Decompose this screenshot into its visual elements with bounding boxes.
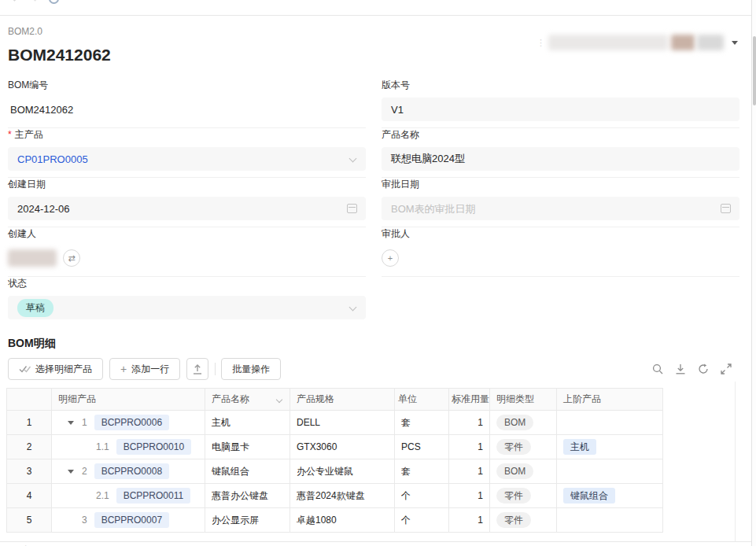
add-row-button[interactable]: + 添加一行 [109,358,180,380]
col-product-spec: 产品规格 [290,389,395,411]
back-icon[interactable] [9,0,20,2]
col-product-name[interactable]: 产品名称 [205,389,290,411]
collapse-row-icon[interactable] [68,421,74,425]
version-label: 版本号 [382,79,739,92]
field-approver: 审批人 + [382,227,739,277]
bom-form: BOM编号 BOM2412062 版本号 V1 *主产品 CP01PRO0005… [8,79,747,326]
approve-date-input[interactable] [382,197,739,220]
field-creator: 创建人 ⇄ [8,227,366,277]
product-name-label: 产品名称 [382,128,739,142]
product-code-chip[interactable]: BCPPRO0006 [94,415,169,430]
import-button[interactable] [186,358,208,380]
col-unit: 单位 [395,389,449,411]
col-index [7,389,52,411]
cell-product-spec: 卓越1080 [290,508,395,533]
table-row: 5 3 BCPPRO0007 办公显示屏 卓越1080 个 1 零件 [7,508,663,533]
page-scrollbar[interactable] [751,0,756,546]
row-seq: 1.1 [96,441,109,452]
table-action-icons [652,363,732,374]
table-row: 1 1 BCPPRO0006 主机 DELL 套 1 BOM [7,411,663,435]
cell-unit: 套 [395,459,449,484]
chevron-down-icon[interactable] [732,41,738,45]
plus-icon: + [22,542,29,546]
change-creator-button[interactable]: ⇄ [63,249,80,267]
row-seq: 2 [82,466,87,477]
cell-qty: 1 [449,411,490,435]
product-code-chip[interactable]: BCPPRO0010 [116,439,191,455]
field-main-product: *主产品 CP01PRO0005 [8,128,366,178]
user-menu[interactable]: ⋮ [537,34,738,51]
expand-icon[interactable] [721,363,732,374]
row-index: 2 [7,435,52,459]
refresh-icon[interactable] [698,363,709,374]
cell-product-spec: GTX3060 [290,435,395,459]
main-product-value: CP01PRO0005 [17,153,88,165]
col-detail-product: 明细产品 [52,389,205,411]
forward-icon[interactable] [30,0,40,2]
col-standard-qty: 标准用量 [449,389,490,411]
parent-product-chip[interactable]: 主机 [563,439,596,455]
row-seq: 1 [82,417,87,428]
status-select[interactable]: 草稿 [8,296,366,319]
product-code-chip[interactable]: BCPPRO0011 [116,488,190,504]
bom-no-value: BOM2412062 [8,98,366,121]
create-date-picker[interactable]: 2024-12-06 [8,197,366,220]
product-code-chip[interactable]: BCPPRO0008 [94,463,169,479]
cell-product-name: 主机 [205,411,290,435]
download-icon[interactable] [675,363,686,374]
upload-icon [193,364,202,374]
table-row: 3 2 BCPPRO0008 键鼠组合 办公专业键鼠 套 1 BOM [7,459,663,484]
type-pill: 零件 [496,488,531,504]
detail-toolbar: 选择明细产品 + 添加一行 批量操作 [8,358,732,380]
calendar-icon [347,204,357,213]
cell-product-spec: 惠普2024款键盘 [290,484,395,508]
reload-icon[interactable] [49,0,59,4]
chevron-down-icon [349,304,357,312]
required-asterisk: * [8,129,12,140]
empty-cell [382,277,739,326]
approver-label: 审批人 [382,227,739,241]
cell-product-name: 惠普办公键盘 [205,484,290,508]
plus-icon: + [388,254,393,263]
overflow-dots-icon: ⋮ [537,38,545,48]
redacted-creator-chip [8,249,57,267]
row-index: 4 [7,484,52,508]
plus-icon: + [120,363,127,374]
row-seq: 3 [82,515,87,526]
cell-product-spec: DELL [290,411,395,435]
add-approver-button[interactable]: + [382,249,399,267]
chevron-down-icon [349,155,357,163]
collapse-row-icon[interactable] [68,470,74,474]
cell-qty: 1 [449,459,490,484]
field-approve-date: 审批日期 [382,178,739,227]
field-product-name: 产品名称 联想电脑2024型 [382,128,739,178]
main-product-label: *主产品 [8,128,366,142]
create-date-value: 2024-12-06 [17,203,70,215]
status-label: 状态 [8,277,366,290]
row-seq: 2.1 [96,490,109,501]
bom-page: BOM2.0 ⋮ BOM2412062 BOM编号 BOM2412062 版本号… [0,17,756,546]
table-row: 4 2.1 BCPPRO0011 惠普办公键盘 惠普2024款键盘 个 1 零件… [7,484,663,508]
main-product-select[interactable]: CP01PRO0005 [8,147,366,171]
batch-operation-button[interactable]: 批量操作 [221,358,281,380]
scrollbar-thumb[interactable] [753,36,756,105]
approve-date-label: 审批日期 [382,178,739,191]
cell-parent [557,459,663,484]
cell-parent [557,508,663,533]
swap-icon: ⇄ [68,254,75,263]
parent-product-chip[interactable]: 键鼠组合 [563,488,615,504]
cell-product-name: 办公显示屏 [205,508,290,533]
col-parent-product: 上阶产品 [557,389,663,411]
type-pill: 零件 [496,439,531,455]
cell-unit: 套 [395,411,449,435]
cell-qty: 1 [449,484,490,508]
table-header-row: 明细产品 产品名称 产品规格 单位 标准用量 明细类型 上阶产品 [7,389,663,411]
row-index: 1 [7,411,52,435]
row-index: 3 [7,459,52,484]
redacted-avatar [671,35,695,50]
select-detail-products-button[interactable]: 选择明细产品 [8,358,103,380]
type-pill: BOM [496,415,533,430]
calendar-icon [721,204,731,213]
search-icon[interactable] [652,363,663,374]
product-code-chip[interactable]: BCPPRO0007 [94,512,169,528]
